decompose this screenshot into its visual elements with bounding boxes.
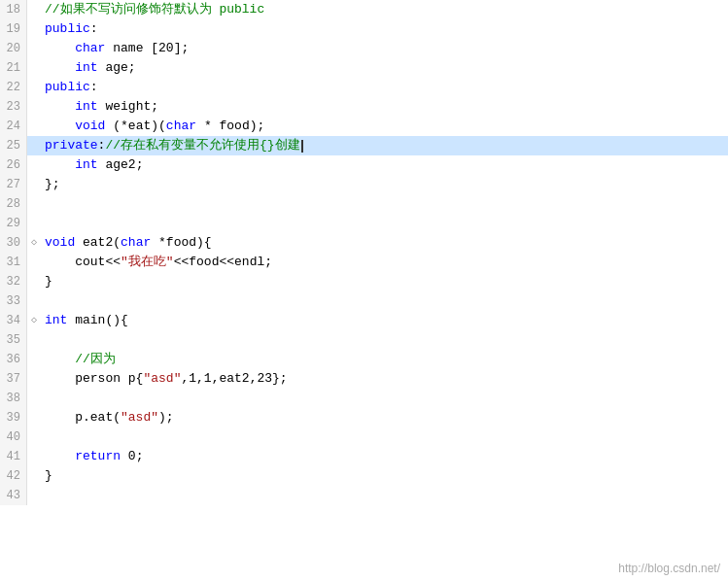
- line-number: 34: [0, 311, 27, 330]
- line-content: private://存在私有变量不允许使用{}创建: [41, 136, 728, 155]
- line-content: }: [41, 272, 728, 291]
- line-content: int weight;: [41, 97, 728, 117]
- code-line: 42 }: [0, 466, 728, 486]
- line-number: 43: [0, 486, 27, 505]
- line-fold: ◇: [27, 233, 41, 253]
- line-number: 22: [0, 78, 27, 97]
- line-number: 42: [0, 466, 27, 486]
- line-content: char name [20];: [41, 39, 728, 58]
- line-number: 38: [0, 389, 27, 408]
- line-content: //如果不写访问修饰符默认为 public: [41, 0, 728, 19]
- line-content: int age2;: [41, 155, 728, 175]
- code-area: 18 //如果不写访问修饰符默认为 public19 public:20 cha…: [0, 0, 728, 581]
- line-number: 39: [0, 408, 27, 427]
- code-line: 40: [0, 427, 728, 447]
- line-number: 29: [0, 214, 27, 233]
- code-line: 23 int weight;: [0, 97, 728, 117]
- line-fold: [27, 427, 41, 447]
- line-number: 28: [0, 194, 27, 214]
- line-content: [41, 291, 728, 311]
- line-number: 24: [0, 117, 27, 136]
- code-line: 35: [0, 330, 728, 350]
- line-fold: [27, 408, 41, 427]
- code-container: 18 //如果不写访问修饰符默认为 public19 public:20 cha…: [0, 0, 728, 581]
- line-fold: [27, 389, 41, 408]
- line-number: 33: [0, 291, 27, 311]
- code-line: 33: [0, 291, 728, 311]
- line-content: //因为: [41, 350, 728, 369]
- line-content: void (*eat)(char * food);: [41, 117, 728, 136]
- code-line: 26 int age2;: [0, 155, 728, 175]
- code-line: 25 private://存在私有变量不允许使用{}创建: [0, 136, 728, 155]
- line-number: 30: [0, 233, 27, 253]
- line-number: 21: [0, 58, 27, 78]
- line-number: 32: [0, 272, 27, 291]
- line-fold: [27, 175, 41, 194]
- line-content: [41, 330, 728, 350]
- line-fold: [27, 0, 41, 19]
- line-content: p.eat("asd");: [41, 408, 728, 427]
- line-content: public:: [41, 19, 728, 39]
- line-fold: [27, 272, 41, 291]
- code-line: 41 return 0;: [0, 447, 728, 466]
- code-line: 29: [0, 214, 728, 233]
- code-line: 24 void (*eat)(char * food);: [0, 117, 728, 136]
- line-fold: [27, 39, 41, 58]
- code-line: 18 //如果不写访问修饰符默认为 public: [0, 0, 728, 19]
- code-line: 19 public:: [0, 19, 728, 39]
- line-fold: [27, 486, 41, 505]
- line-fold: ◇: [27, 311, 41, 330]
- line-fold: [27, 136, 41, 155]
- line-number: 19: [0, 19, 27, 39]
- line-content: person p{"asd",1,1,eat2,23};: [41, 369, 728, 389]
- line-number: 37: [0, 369, 27, 389]
- line-fold: [27, 214, 41, 233]
- code-line: 34◇int main(){: [0, 311, 728, 330]
- line-content: [41, 427, 728, 447]
- line-fold: [27, 466, 41, 486]
- line-content: [41, 214, 728, 233]
- line-content: int age;: [41, 58, 728, 78]
- code-line: 30◇void eat2(char *food){: [0, 233, 728, 253]
- line-content: public:: [41, 78, 728, 97]
- line-content: [41, 194, 728, 214]
- line-content: };: [41, 175, 728, 194]
- code-line: 32 }: [0, 272, 728, 291]
- code-line: 36 //因为: [0, 350, 728, 369]
- line-fold: [27, 291, 41, 311]
- line-number: 41: [0, 447, 27, 466]
- code-line: 27 };: [0, 175, 728, 194]
- code-line: 43: [0, 486, 728, 505]
- line-fold: [27, 253, 41, 272]
- line-fold: [27, 350, 41, 369]
- line-number: 36: [0, 350, 27, 369]
- line-number: 40: [0, 427, 27, 447]
- line-fold: [27, 97, 41, 117]
- line-number: 18: [0, 0, 27, 19]
- line-content: [41, 486, 728, 505]
- line-fold: [27, 117, 41, 136]
- line-fold: [27, 194, 41, 214]
- line-number: 20: [0, 39, 27, 58]
- line-number: 27: [0, 175, 27, 194]
- code-line: 39 p.eat("asd");: [0, 408, 728, 427]
- line-fold: [27, 155, 41, 175]
- line-fold: [27, 369, 41, 389]
- line-fold: [27, 330, 41, 350]
- line-number: 31: [0, 253, 27, 272]
- line-content: int main(){: [41, 311, 728, 330]
- code-line: 20 char name [20];: [0, 39, 728, 58]
- watermark: http://blog.csdn.net/: [618, 562, 720, 575]
- line-fold: [27, 78, 41, 97]
- line-content: void eat2(char *food){: [41, 233, 728, 253]
- line-fold: [27, 58, 41, 78]
- code-line: 37 person p{"asd",1,1,eat2,23};: [0, 369, 728, 389]
- line-fold: [27, 19, 41, 39]
- line-content: [41, 389, 728, 408]
- line-number: 26: [0, 155, 27, 175]
- code-line: 22 public:: [0, 78, 728, 97]
- line-content: cout<<"我在吃"<<food<<endl;: [41, 253, 728, 272]
- code-line: 31 cout<<"我在吃"<<food<<endl;: [0, 253, 728, 272]
- line-fold: [27, 447, 41, 466]
- code-line: 21 int age;: [0, 58, 728, 78]
